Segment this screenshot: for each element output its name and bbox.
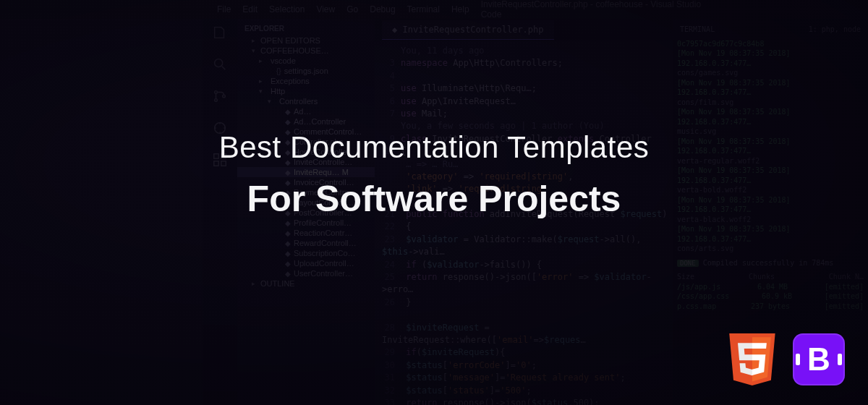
bootstrap-logo: B [793,333,845,385]
hero-line1: Best Documentation Templates [0,130,868,165]
bootstrap-letter: B [807,341,830,378]
logo-row: B [726,330,845,389]
html5-logo [726,330,778,389]
hero-text: Best Documentation Templates For Softwar… [0,130,868,220]
hero-line2: For Software Projects [0,178,868,220]
